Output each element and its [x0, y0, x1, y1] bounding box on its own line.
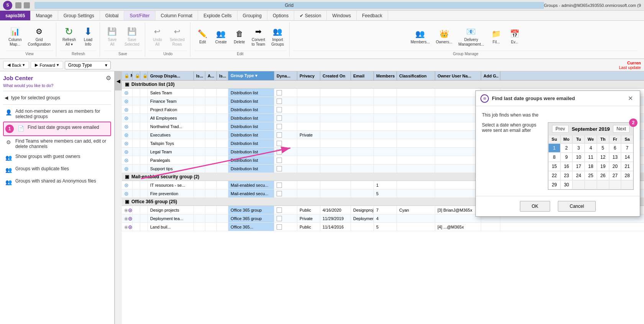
col-header-addg[interactable]: Add G..: [481, 71, 500, 80]
cal-day-14[interactable]: 14: [621, 153, 633, 162]
ev-button[interactable]: 📅 Ev...: [506, 26, 523, 46]
cal-day-19[interactable]: 19: [597, 162, 609, 171]
checkbox[interactable]: [277, 115, 282, 121]
members-button[interactable]: 👥 Members...: [408, 26, 432, 46]
col-header-is3[interactable]: Is...: [217, 71, 228, 80]
checkbox[interactable]: [277, 90, 282, 95]
group-header-distribution[interactable]: ▣ Distribution list (10): [122, 81, 644, 89]
cal-day-30[interactable]: 30: [560, 180, 573, 189]
edit-button[interactable]: ✏️ Edit: [194, 26, 211, 46]
tab-manage[interactable]: Manage: [30, 11, 58, 20]
checkbox[interactable]: [277, 183, 282, 188]
tab-column-format[interactable]: Column Format: [156, 11, 198, 20]
checkbox[interactable]: [277, 216, 282, 221]
tab-windows[interactable]: Windows: [327, 11, 357, 20]
col-header-is1[interactable]: Is...: [194, 71, 205, 80]
fil-button[interactable]: 📁 Fil...: [488, 26, 505, 46]
checkbox[interactable]: [277, 166, 282, 171]
cal-day-5[interactable]: 5: [597, 143, 609, 153]
cal-day-3[interactable]: 3: [572, 143, 585, 153]
cal-day-4[interactable]: 4: [585, 143, 597, 153]
col-header-a[interactable]: A...: [205, 71, 217, 80]
col-header-group-type[interactable]: Group Type ▾: [228, 71, 274, 80]
cal-day-16[interactable]: 16: [560, 162, 573, 171]
cal-day-13[interactable]: 13: [609, 153, 621, 162]
tab-global[interactable]: Global: [100, 11, 125, 20]
cal-day-26[interactable]: 26: [597, 171, 609, 180]
cal-day-10[interactable]: 10: [572, 153, 585, 162]
checkbox[interactable]: [277, 207, 282, 213]
checkbox[interactable]: [277, 224, 282, 230]
checkbox[interactable]: [277, 99, 282, 104]
delete-button[interactable]: 🗑 Delete: [231, 26, 248, 46]
save-selected-button[interactable]: 💾 SaveSelected: [122, 24, 142, 48]
sidebar-item-find-last-date[interactable]: 1 📄 Find last date groups were emailed: [3, 122, 111, 136]
refresh-all-button[interactable]: ↻ RefreshAll ▾: [60, 24, 78, 48]
cal-day-8[interactable]: 8: [548, 153, 560, 162]
cal-day-11[interactable]: 11: [585, 153, 597, 162]
dialog-close-button[interactable]: ✕: [626, 94, 635, 103]
table-row[interactable]: ◉⊛ Land buil... Office 365... Public 11/…: [122, 223, 644, 231]
checkbox[interactable]: [277, 107, 282, 112]
cal-day-1[interactable]: 1: [548, 143, 560, 153]
group-type-dropdown[interactable]: Group Type ▾: [65, 61, 111, 69]
column-map-button[interactable]: 📊 ColumnMap...: [6, 24, 24, 48]
checkbox[interactable]: [277, 191, 282, 196]
save-all-button[interactable]: 💾 SaveAll: [104, 24, 121, 48]
cal-day-9[interactable]: 9: [560, 153, 573, 162]
col-header-privacy[interactable]: Privacy: [297, 71, 320, 80]
checkbox[interactable]: [277, 158, 282, 163]
cal-day-15[interactable]: 15: [548, 162, 560, 171]
col-header-group-display[interactable]: Group Displa...: [148, 71, 194, 80]
back-button[interactable]: ◀ Back ▾: [3, 61, 29, 69]
delivery-button[interactable]: 📧 DeliveryManagement...: [456, 24, 487, 48]
sidebar-item-type-selected[interactable]: ◀ type for selected groups: [3, 93, 111, 103]
cal-day-27[interactable]: 27: [609, 171, 621, 180]
cal-day-22[interactable]: 22: [548, 171, 560, 180]
col-header-dyna[interactable]: Dyna...: [274, 71, 297, 80]
checkbox[interactable]: [277, 132, 282, 138]
dialog-ok-button[interactable]: OK: [520, 201, 550, 212]
cal-day-25[interactable]: 25: [585, 171, 597, 180]
cal-day-17[interactable]: 17: [572, 162, 585, 171]
col-header-owner[interactable]: Owner User Na...: [435, 71, 481, 80]
tab-session[interactable]: ✔ Session: [294, 11, 327, 20]
tab-explode-cells[interactable]: Explode Cells: [198, 11, 237, 20]
selected-rows-button[interactable]: ↩ SelectedRows: [167, 24, 187, 48]
import-groups-button[interactable]: 👥 ImportGroups: [269, 24, 286, 48]
sidebar-item-anonymous-files[interactable]: 👥 Groups with shared as Anonymous files: [3, 176, 111, 188]
sidebar-item-add-owners[interactable]: 👤 Add non-member owners as members for s…: [3, 106, 111, 122]
sidebar-item-guest-owners[interactable]: 👥 Show groups with guest owners: [3, 151, 111, 164]
undo-all-button[interactable]: ↩ UndoAll: [149, 24, 166, 48]
cal-day-21[interactable]: 21: [621, 162, 633, 171]
create-button[interactable]: 👥 Create: [213, 26, 229, 46]
forward-button[interactable]: ▶ Forward ▾: [31, 61, 63, 69]
convert-button[interactable]: ➡ Convertto Team: [249, 24, 267, 48]
checkbox[interactable]: [277, 141, 282, 146]
tab-sort-filter[interactable]: Sort/Filter: [124, 11, 155, 20]
cal-day-18[interactable]: 18: [585, 162, 597, 171]
col-header-email[interactable]: Email: [351, 71, 374, 80]
cal-day-28[interactable]: 28: [621, 171, 633, 180]
sidebar-settings-icon[interactable]: ⚙: [106, 74, 111, 82]
cal-day-23[interactable]: 23: [560, 171, 573, 180]
col-header-created[interactable]: Created On: [320, 71, 351, 80]
tab-options[interactable]: Options: [267, 11, 294, 20]
cal-day-6[interactable]: 6: [609, 143, 621, 153]
cal-day-12[interactable]: 12: [597, 153, 609, 162]
tab-feedback[interactable]: Feedback: [357, 11, 388, 20]
sidebar-item-duplicate-files[interactable]: 👥 Groups with duplicate files: [3, 164, 111, 176]
calendar-prev-button[interactable]: Prev: [552, 125, 569, 133]
checkbox[interactable]: [277, 124, 282, 129]
tab-group-settings[interactable]: Group Settings: [58, 11, 100, 20]
cal-day-24[interactable]: 24: [572, 171, 585, 180]
owners-button[interactable]: 👑 Owners...: [434, 26, 455, 46]
checkbox[interactable]: [277, 149, 282, 155]
col-header-classification[interactable]: Classification: [397, 71, 435, 80]
tab-grouping[interactable]: Grouping: [238, 11, 267, 20]
cal-day-2[interactable]: 2: [560, 143, 573, 153]
cal-day-7[interactable]: 7: [621, 143, 633, 153]
cal-day-29[interactable]: 29: [548, 180, 560, 189]
cal-day-20[interactable]: 20: [609, 162, 621, 171]
tab-sapio[interactable]: sapio365: [0, 11, 30, 20]
